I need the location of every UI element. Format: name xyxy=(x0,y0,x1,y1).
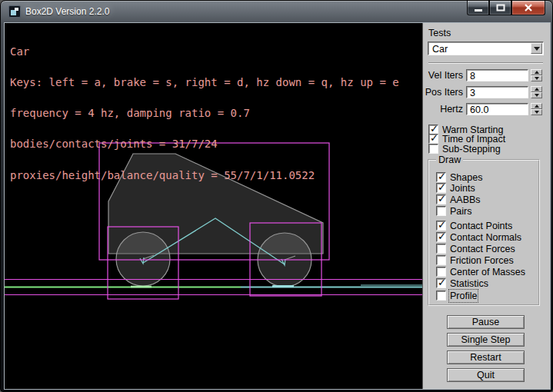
pos-iters-label: Pos Iters xyxy=(423,87,463,98)
checkbox-icon[interactable]: ✓ xyxy=(436,255,446,265)
hertz-down-button[interactable] xyxy=(531,109,542,115)
arrow-up-icon xyxy=(535,88,539,91)
draw-group-title: Draw xyxy=(436,154,463,165)
checkbox-contact-points[interactable]: ✓ Contact Points xyxy=(436,221,512,231)
pos-iters-up-button[interactable] xyxy=(531,86,542,92)
tests-dropdown-button[interactable] xyxy=(531,43,542,54)
separator xyxy=(428,62,543,64)
arrow-up-icon xyxy=(535,105,539,108)
checkbox-time-of-impact[interactable]: ✓ Time of Impact xyxy=(428,134,505,144)
checkbox-icon[interactable]: ✓ xyxy=(436,183,446,193)
checkbox-contact-forces[interactable]: ✓ Contact Forces xyxy=(436,244,515,254)
control-panel: Tests Car Vel Iters 8 Pos Iters 3 xyxy=(422,23,550,389)
window-title: Box2D Version 2.2.0 xyxy=(25,6,109,17)
proxies-stats-line: proxies/height/balance/quality = 55/7/1/… xyxy=(10,171,399,181)
checkbox-icon[interactable]: ✓ xyxy=(428,134,438,144)
hertz-row: Hertz 60.0 xyxy=(423,103,546,115)
maximize-icon xyxy=(496,3,505,12)
hertz-spinner xyxy=(531,103,542,115)
pos-iters-down-button[interactable] xyxy=(531,92,542,98)
arrow-up-icon xyxy=(535,71,539,74)
vel-iters-label: Vel Iters xyxy=(423,70,463,81)
window-controls xyxy=(467,1,545,15)
draw-groupbox: Draw ✓ Shapes ✓ Joints ✓ AABBs ✓ Pairs xyxy=(428,159,540,306)
vel-iters-down-button[interactable] xyxy=(531,75,542,81)
close-button[interactable] xyxy=(511,1,545,15)
bodies-stats-line: bodies/contacts/joints = 31/7/24 xyxy=(10,139,399,149)
tests-dropdown[interactable]: Car xyxy=(428,42,544,55)
checkbox-icon[interactable]: ✓ xyxy=(436,291,446,301)
quit-button[interactable]: Quit xyxy=(447,368,525,382)
checkbox-friction-forces[interactable]: ✓ Friction Forces xyxy=(436,255,514,265)
hertz-input[interactable]: 60.0 xyxy=(466,103,528,115)
tests-label: Tests xyxy=(428,28,451,38)
checkbox-center-of-masses[interactable]: ✓ Center of Masses xyxy=(436,267,525,277)
checkbox-icon[interactable]: ✓ xyxy=(436,278,446,288)
app-window: Box2D Version 2.2.0 xyxy=(0,0,553,392)
vel-iters-input[interactable]: 8 xyxy=(466,69,528,81)
checkbox-statistics[interactable]: ✓ Statistics xyxy=(436,278,488,288)
checkbox-icon[interactable]: ✓ xyxy=(436,194,446,204)
test-name-line: Car xyxy=(10,47,399,57)
checkbox-icon[interactable]: ✓ xyxy=(436,221,446,231)
checkbox-pairs[interactable]: ✓ Pairs xyxy=(436,206,471,216)
maximize-button[interactable] xyxy=(489,1,511,15)
checkbox-sub-stepping[interactable]: ✓ Sub-Stepping xyxy=(428,144,501,154)
checkbox-icon[interactable]: ✓ xyxy=(428,144,438,154)
single-step-button[interactable]: Single Step xyxy=(447,333,525,347)
minimize-icon xyxy=(474,3,483,12)
keys-help-line: Keys: left = a, brake = s, right = d, hz… xyxy=(10,78,399,88)
app-icon xyxy=(8,5,21,18)
chevron-down-icon xyxy=(534,47,540,51)
checkbox-icon[interactable]: ✓ xyxy=(436,244,446,254)
hertz-up-button[interactable] xyxy=(531,103,542,109)
pos-iters-row: Pos Iters 3 xyxy=(423,86,546,98)
checkbox-aabbs[interactable]: ✓ AABBs xyxy=(436,194,481,204)
checkbox-joints[interactable]: ✓ Joints xyxy=(436,183,475,193)
client-area: Car Keys: left = a, brake = s, right = d… xyxy=(4,22,551,390)
restart-button[interactable]: Restart xyxy=(447,350,525,364)
hertz-label: Hertz xyxy=(423,104,463,115)
arrow-down-icon xyxy=(535,77,539,80)
vel-iters-row: Vel Iters 8 xyxy=(423,69,546,81)
checkbox-contact-normals[interactable]: ✓ Contact Normals xyxy=(436,232,521,242)
minimize-button[interactable] xyxy=(467,1,489,15)
pos-iters-input[interactable]: 3 xyxy=(466,86,528,98)
arrow-down-icon xyxy=(535,111,539,114)
vel-iters-up-button[interactable] xyxy=(531,69,542,75)
pause-button[interactable]: Pause xyxy=(447,315,525,329)
vel-iters-spinner xyxy=(531,69,542,81)
checkbox-icon[interactable]: ✓ xyxy=(436,267,446,277)
frequency-line: frequency = 4 hz, damping ratio = 0.7 xyxy=(10,108,399,118)
statistics-text: Car Keys: left = a, brake = s, right = d… xyxy=(10,26,399,201)
checkbox-icon[interactable]: ✓ xyxy=(436,232,446,242)
checkbox-icon[interactable]: ✓ xyxy=(436,206,446,216)
close-icon xyxy=(523,3,534,12)
checkbox-profile[interactable]: ✓ Profile xyxy=(436,291,477,301)
simulation-canvas[interactable]: Car Keys: left = a, brake = s, right = d… xyxy=(5,23,422,389)
pos-iters-spinner xyxy=(531,86,542,98)
arrow-down-icon xyxy=(535,94,539,97)
title-bar[interactable]: Box2D Version 2.2.0 xyxy=(1,1,552,22)
tests-dropdown-value: Car xyxy=(432,44,448,55)
